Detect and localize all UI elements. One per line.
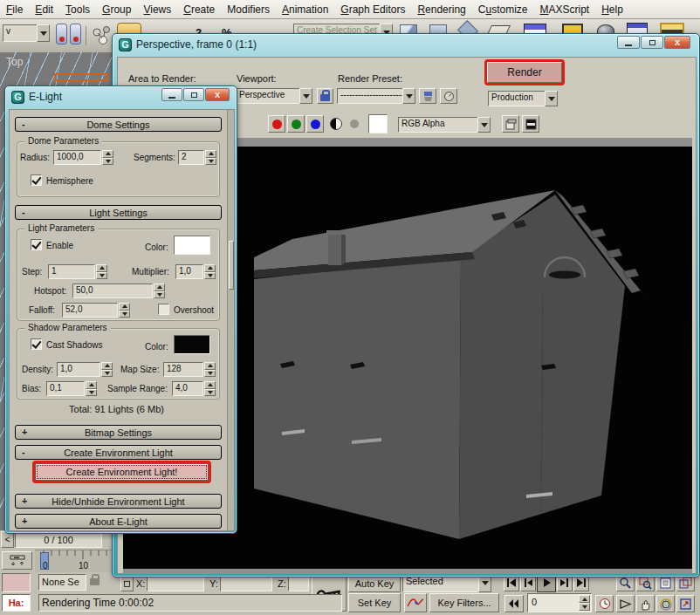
rollout-light-settings[interactable]: - Light Settings — [15, 205, 222, 220]
undo-dropdown[interactable]: v — [3, 24, 50, 42]
hotspot-field[interactable]: 50,0 — [72, 284, 153, 298]
step-spinner[interactable] — [96, 264, 107, 279]
menu-item-tools[interactable]: Tools — [59, 3, 96, 16]
step-field[interactable]: 1 — [48, 264, 95, 279]
blue-channel-button[interactable] — [306, 115, 324, 133]
create-environment-light-button[interactable]: Create Environment Light! — [35, 463, 209, 481]
render-setup-dialog-button[interactable] — [440, 88, 457, 104]
shadow-color-swatch[interactable] — [174, 335, 210, 354]
z-field[interactable] — [288, 577, 309, 591]
select-and-link-icon[interactable] — [56, 24, 67, 44]
absolute-mode-toggle[interactable] — [120, 576, 134, 591]
falloff-field[interactable]: 52,0 — [62, 303, 118, 318]
rollout-create-environment-light[interactable]: - Create Environment Light — [15, 445, 222, 460]
menu-item-create[interactable]: Create — [177, 3, 221, 16]
frame-spinner[interactable] — [579, 595, 590, 611]
menu-item-rendering[interactable]: Rendering — [411, 3, 471, 16]
production-combo[interactable]: Production — [488, 91, 558, 106]
menu-item-help[interactable]: Help — [595, 3, 629, 16]
chevron-down-icon[interactable] — [37, 24, 50, 42]
hotspot-spinner[interactable] — [154, 284, 165, 298]
green-channel-button[interactable] — [287, 115, 305, 133]
close-button[interactable]: X — [664, 36, 690, 49]
monochrome-button[interactable] — [330, 118, 342, 130]
scrollbar-thumb[interactable] — [229, 241, 234, 290]
lock-viewport-button[interactable] — [317, 88, 333, 104]
menu-item-views[interactable]: Views — [137, 3, 177, 16]
enable-checkbox[interactable] — [31, 239, 42, 250]
channel-display-combo[interactable]: RGB Alpha — [398, 117, 491, 133]
bias-spinner[interactable] — [86, 381, 97, 396]
render-button[interactable]: Render — [487, 62, 562, 83]
render-window-titlebar[interactable]: G Perspective, frame 0 (1:1) — [113, 34, 699, 55]
new-key-default-inout-button[interactable] — [404, 593, 427, 612]
close-button[interactable]: X — [205, 88, 230, 101]
bias-field[interactable]: 0,1 — [46, 381, 85, 396]
pan-button[interactable] — [636, 595, 655, 612]
cast-shadows-checkbox[interactable] — [31, 338, 42, 350]
hemisphere-checkbox[interactable] — [31, 174, 42, 186]
menu-item-modifiers[interactable]: Modifiers — [221, 3, 276, 16]
radius-field[interactable]: 1000,0 — [53, 150, 101, 165]
map-size-field[interactable]: 128 — [163, 362, 203, 377]
track-bar[interactable]: 0 10 — [35, 550, 112, 572]
menu-item-graph-editors[interactable]: Graph Editors — [334, 3, 411, 16]
selection-lock-icon[interactable] — [90, 578, 100, 585]
rollout-about-elight[interactable]: + About E-Light — [15, 514, 222, 529]
unlink-selection-icon[interactable] — [70, 24, 81, 44]
sample-range-field[interactable]: 4,0 — [172, 381, 203, 396]
macro-recorder-pane[interactable] — [2, 573, 31, 592]
overshoot-checkbox[interactable] — [158, 304, 169, 315]
menu-item-maxscript[interactable]: MAXScript — [534, 3, 596, 16]
menu-item-file[interactable]: File — [0, 3, 29, 16]
key-mode-toggle-button[interactable] — [504, 595, 524, 612]
minimize-button[interactable] — [617, 36, 640, 49]
density-spinner[interactable] — [101, 362, 113, 377]
viewport-combo[interactable]: Perspective — [236, 88, 312, 104]
render-preset-combo[interactable]: ------------------------ — [337, 88, 415, 104]
x-field[interactable] — [147, 577, 204, 591]
menu-item-customize[interactable]: Customize — [472, 3, 534, 16]
maximize-button[interactable] — [641, 36, 663, 49]
chevron-down-icon[interactable] — [477, 117, 491, 133]
chevron-down-icon[interactable] — [402, 88, 415, 104]
multiplier-spinner[interactable] — [204, 264, 216, 279]
multiplier-field[interactable]: 1,0 — [175, 264, 203, 279]
chevron-down-icon[interactable] — [545, 91, 558, 106]
arc-rotate-button[interactable] — [656, 595, 675, 612]
segments-field[interactable]: 2 — [178, 150, 204, 165]
menu-item-group[interactable]: Group — [96, 3, 137, 16]
radius-spinner[interactable] — [102, 150, 113, 165]
dialog-scrollbar[interactable] — [227, 110, 234, 531]
maximize-viewport-button[interactable] — [676, 595, 695, 612]
minimize-button[interactable] — [161, 88, 182, 101]
current-frame-field[interactable]: 0 — [527, 593, 592, 612]
field-of-view-button[interactable] — [616, 595, 635, 612]
menu-item-edit[interactable]: Edit — [29, 3, 59, 16]
clone-rendered-frame-button[interactable] — [502, 115, 519, 133]
time-configuration-button[interactable] — [595, 595, 614, 612]
maxscript-listener-pane[interactable]: Ha: — [2, 594, 31, 612]
falloff-spinner[interactable] — [119, 303, 130, 318]
save-preset-button[interactable] — [419, 88, 436, 104]
alpha-channel-button[interactable] — [350, 120, 359, 128]
bind-to-space-warp-icon[interactable] — [91, 24, 113, 47]
clear-color-swatch[interactable] — [368, 114, 388, 133]
menu-item-animation[interactable]: Animation — [276, 3, 334, 16]
map-size-spinner[interactable] — [204, 362, 216, 377]
light-color-swatch[interactable] — [174, 236, 210, 255]
sample-range-spinner[interactable] — [204, 381, 216, 396]
rollout-hide-unhide-environment-light[interactable]: + Hide/Unhide Environment Light — [15, 494, 222, 509]
key-filters-button[interactable]: Key Filters... — [429, 593, 499, 612]
rollout-dome-settings[interactable]: - Dome Settings — [15, 117, 222, 132]
layer-compare-button[interactable] — [522, 115, 539, 133]
segments-spinner[interactable] — [205, 150, 216, 165]
density-field[interactable]: 1,0 — [57, 362, 100, 377]
y-field[interactable] — [220, 577, 272, 591]
maximize-button[interactable] — [183, 88, 204, 101]
rollout-bitmap-settings[interactable]: + Bitmap Settings — [15, 425, 222, 440]
set-key-button[interactable]: Set Key — [348, 593, 401, 612]
chevron-down-icon[interactable] — [299, 88, 312, 104]
red-channel-button[interactable] — [268, 115, 285, 133]
open-mini-curve-editor-button[interactable] — [2, 551, 32, 570]
